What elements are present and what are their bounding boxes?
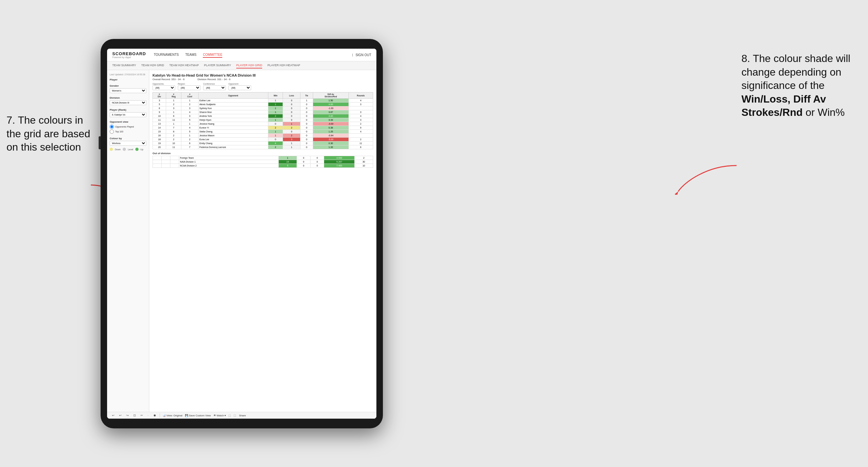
filter-opponent: Opponent (All) xyxy=(228,83,251,90)
col-rounds: Rounds xyxy=(348,93,373,99)
colour-dot-up xyxy=(135,148,138,151)
nav-right: | Sign out xyxy=(352,53,371,57)
sidebar-radio-group: Opponents Played Top 100 xyxy=(110,125,146,134)
colour-dot-level xyxy=(123,148,126,151)
filter-conference-select[interactable]: (All) xyxy=(203,85,226,90)
ood-table-row: Foreign Team1004.5002 xyxy=(153,156,373,160)
sidebar-gender-label: Gender xyxy=(110,84,146,87)
sidebar: Last Updated: 27/03/2024 16:55:38 Player… xyxy=(107,70,149,412)
division-record: Division Record: 331 - 34 - 6 xyxy=(197,78,230,81)
filter-region-label: Region xyxy=(178,83,200,85)
col-reg: #Reg xyxy=(166,93,181,99)
toolbar-save-custom[interactable]: 💾 Save Custom View xyxy=(185,414,211,417)
sub-nav-player-h2h-grid[interactable]: PLAYER H2H GRID xyxy=(236,63,262,68)
table-row: 311Esther Lee1011.504 xyxy=(153,99,373,102)
ood-table-row: NAIA Division 115009.26730 xyxy=(153,160,373,164)
main-data-table: #Div #Reg #Conf Opponent Win Loss Tie Di… xyxy=(153,92,373,149)
filter-opponent-select[interactable]: (All) xyxy=(228,85,251,90)
col-div: #Div xyxy=(153,93,166,99)
table-row: 1822Euna Lee030-5.002 xyxy=(153,137,373,142)
table-row: 1311Jessica Huang010-3.002 xyxy=(153,122,373,126)
filter-conference-label: Conference xyxy=(203,83,226,85)
annotation-right-or: or Win% xyxy=(805,106,845,118)
sub-nav-team-h2h-grid[interactable]: TEAM H2H GRID xyxy=(141,63,164,68)
toolbar-dot[interactable]: · xyxy=(147,413,150,417)
logo-title: SCOREBOARD xyxy=(112,51,146,56)
toolbar-redo2[interactable]: ↪ xyxy=(125,413,130,417)
pipe-separator: | xyxy=(352,53,353,57)
nav-teams[interactable]: TEAMS xyxy=(185,52,196,58)
table-row: 914Sharon Mun1003.673 xyxy=(153,110,373,114)
sidebar-opponent-view-label: Opponent view xyxy=(110,120,146,123)
sidebar-colour-section: Colour by Win/loss Down Level Up xyxy=(110,137,146,151)
toolbar-sep xyxy=(160,413,160,417)
sidebar-player-section: Player xyxy=(110,78,146,81)
sidebar-player-rank-label: Player (Rank) xyxy=(110,108,146,111)
radio-opponents-played[interactable]: Opponents Played xyxy=(110,125,146,129)
grid-subtitle: Overall Record: 353 - 34 - 6 Division Re… xyxy=(153,78,373,81)
sidebar-division-label: Division xyxy=(110,96,146,99)
colour-label-level: Level xyxy=(128,148,133,151)
nav-items: TOURNAMENTS TEAMS COMMITTEE xyxy=(154,52,344,58)
colour-label-up: Up xyxy=(141,148,144,151)
sidebar-player-rank-section: Player (Rank) 8. Katelyn Vo xyxy=(110,108,146,117)
nav-committee[interactable]: COMMITTEE xyxy=(203,52,222,58)
annotation-left-text: 7. The colours in the grid are based on … xyxy=(6,114,90,153)
annotation-left: 7. The colours in the grid are based on … xyxy=(6,114,97,154)
radio-top100[interactable]: Top 100 xyxy=(110,129,146,134)
logo: SCOREBOARD Powered by clippd xyxy=(112,51,146,58)
toolbar-redo1[interactable]: ↩ xyxy=(118,413,123,417)
radio-top100-label: Top 100 xyxy=(115,130,123,133)
col-conf: #Conf xyxy=(181,93,198,99)
out-of-division-header: Out of division xyxy=(153,152,373,155)
sidebar-colour-by-label: Colour by xyxy=(110,137,146,140)
sidebar-division-select[interactable]: NCAA Division III xyxy=(110,100,146,105)
toolbar-share[interactable]: Share xyxy=(239,414,246,417)
col-tie: Tie xyxy=(300,93,313,99)
filter-opponent-label: Opponent xyxy=(228,83,251,85)
nav-tournaments[interactable]: TOURNAMENTS xyxy=(154,52,179,58)
sidebar-division-section: Division NCAA Division III xyxy=(110,96,146,105)
sidebar-player-rank-select[interactable]: 8. Katelyn Vo xyxy=(110,112,146,117)
overall-record: Overall Record: 353 - 34 - 6 xyxy=(153,78,185,81)
toolbar-cut[interactable]: ✂ xyxy=(140,413,144,417)
filter-opponents-select[interactable]: (All) xyxy=(153,85,175,90)
sidebar-timestamp: Last Updated: 27/03/2024 16:55:38 xyxy=(110,73,146,75)
main-content: Last Updated: 27/03/2024 16:55:38 Player… xyxy=(107,70,376,412)
sub-nav-player-summary[interactable]: PLAYER SUMMARY xyxy=(204,63,231,68)
col-win: Win xyxy=(268,93,283,99)
table-row: 1621Jessica Mason120-0.94 xyxy=(153,134,373,137)
filter-region: Region (All) xyxy=(178,83,200,90)
toolbar-grid-icon[interactable]: ⊡ xyxy=(132,413,137,417)
filter-opponents-label: Opponents: xyxy=(153,83,175,85)
colour-legend: Down Level Up xyxy=(110,148,146,151)
sub-nav-player-h2h-heatmap[interactable]: PLAYER H2H HEATMAP xyxy=(268,63,300,68)
sub-nav-team-h2h-heatmap[interactable]: TEAM H2H HEATMAP xyxy=(169,63,199,68)
table-row: 20117Federica Domecq Lacroze2101.336 xyxy=(153,145,373,149)
toolbar-undo[interactable]: ↩ xyxy=(111,413,116,417)
toolbar-icon1[interactable]: ⬚ xyxy=(228,414,231,417)
sidebar-opponent-view-section: Opponent view Opponents Played Top 100 xyxy=(110,120,146,134)
colour-dot-down xyxy=(110,148,113,151)
filter-region-select[interactable]: (All) xyxy=(178,85,200,90)
table-row: 1063Andrea York2004.004 xyxy=(153,114,373,118)
filter-opponents: Opponents: (All) xyxy=(153,83,175,90)
col-diff: Diff AvStrokes/Rnd xyxy=(313,93,348,99)
sidebar-gender-select[interactable]: Women's xyxy=(110,88,146,93)
sub-nav-team-summary[interactable]: TEAM SUMMARY xyxy=(112,63,136,68)
sidebar-colour-by-select[interactable]: Win/loss xyxy=(110,141,146,146)
annotation-right-text: 8. The colour shade will change dependin… xyxy=(741,53,850,91)
table-row: 522Alexis Sudjianto1004.003 xyxy=(153,102,373,106)
sign-out-button[interactable]: Sign out xyxy=(355,53,371,57)
annotation-right: 8. The colour shade will change dependin… xyxy=(741,52,865,119)
col-opponent: Opponent xyxy=(198,93,268,99)
nav-bar: SCOREBOARD Powered by clippd TOURNAMENTS… xyxy=(107,49,376,61)
radio-opponents-played-label: Opponents Played xyxy=(115,126,134,128)
toolbar-view-original[interactable]: 📊 View: Original xyxy=(162,414,182,417)
table-row: 1474Eunice Yi2200.389 xyxy=(153,126,373,130)
toolbar-record[interactable]: ⏺ xyxy=(152,413,157,417)
toolbar-icon2[interactable]: ⬚ xyxy=(234,414,236,417)
toolbar-watch[interactable]: 👁 Watch ▾ xyxy=(214,414,226,417)
table-row: 1585Stella Cheng1001.254 xyxy=(153,130,373,134)
col-loss: Loss xyxy=(283,93,301,99)
